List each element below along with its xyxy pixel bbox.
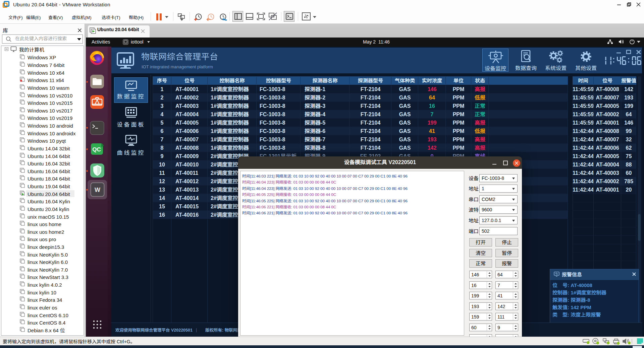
svg-text:QC: QC	[92, 146, 101, 153]
svg-text:W: W	[95, 187, 100, 193]
